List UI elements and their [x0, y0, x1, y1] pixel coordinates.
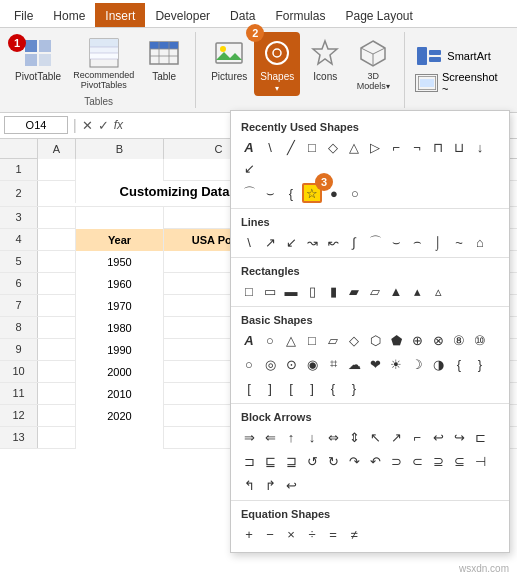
col-header-b[interactable]: B	[76, 139, 164, 159]
cell-8a[interactable]	[38, 317, 76, 339]
shape-item[interactable]: ⊇	[428, 451, 448, 471]
shape-item[interactable]: ⊣	[470, 451, 490, 471]
shape-item[interactable]: ☽	[407, 354, 427, 374]
shape-item[interactable]: ◉	[302, 354, 322, 374]
shape-item[interactable]: ⇔	[323, 427, 343, 447]
shape-item[interactable]: ❤	[365, 354, 385, 374]
shape-item[interactable]: ↙	[281, 232, 301, 252]
shape-item[interactable]: △	[344, 137, 364, 157]
shape-item[interactable]: ○	[260, 330, 280, 350]
shape-item[interactable]: ]	[302, 378, 322, 398]
shape-item[interactable]: ☀	[386, 354, 406, 374]
shape-item[interactable]: ⌣	[386, 232, 406, 252]
3d-models-button[interactable]: 3DModels▾	[350, 32, 396, 94]
cell-9a[interactable]	[38, 339, 76, 361]
formula-enter-icon[interactable]: ✓	[98, 118, 109, 133]
shape-item[interactable]: ⑧	[449, 330, 469, 350]
shape-item[interactable]: ▴	[407, 281, 427, 301]
shapes-button[interactable]: 2 Shapes▾	[254, 32, 300, 96]
shape-item[interactable]: ↜	[323, 232, 343, 252]
cell-9b[interactable]: 1990	[76, 339, 164, 361]
shape-item[interactable]: ⇒	[239, 427, 259, 447]
shape-item[interactable]: ⊐	[239, 451, 259, 471]
shape-item[interactable]: ╱	[281, 137, 301, 157]
shape-item[interactable]: ↑	[281, 427, 301, 447]
shape-item[interactable]: ⊓	[428, 137, 448, 157]
shape-item[interactable]: ◇	[344, 330, 364, 350]
shape-item[interactable]: ⇕	[344, 427, 364, 447]
tab-formulas[interactable]: Formulas	[265, 5, 335, 27]
cell-4b[interactable]: Year	[76, 229, 164, 251]
cell-10a[interactable]	[38, 361, 76, 383]
shape-item[interactable]: ▭	[260, 281, 280, 301]
shape-item[interactable]: □	[302, 137, 322, 157]
cell-12b[interactable]: 2020	[76, 405, 164, 427]
cell-4a[interactable]	[38, 229, 76, 251]
shape-item[interactable]: ↶	[365, 451, 385, 471]
shape-item[interactable]: ⊒	[281, 451, 301, 471]
tab-developer[interactable]: Developer	[145, 5, 220, 27]
shape-item[interactable]: {	[281, 183, 301, 203]
shape-item[interactable]: {	[449, 354, 469, 374]
shape-item[interactable]: ⊙	[281, 354, 301, 374]
cell-11a[interactable]	[38, 383, 76, 405]
shape-item[interactable]: ⊗	[428, 330, 448, 350]
shape-item[interactable]: A	[239, 137, 259, 157]
shape-item[interactable]: ⌗	[323, 354, 343, 374]
pictures-button[interactable]: Pictures	[206, 32, 252, 85]
shape-item[interactable]: \	[239, 232, 259, 252]
shape-item[interactable]: ↱	[260, 475, 280, 495]
icons-button[interactable]: Icons	[302, 32, 348, 85]
cell-8b[interactable]: 1980	[76, 317, 164, 339]
shape-item[interactable]: ▮	[323, 281, 343, 301]
shape-item[interactable]: ⬡	[365, 330, 385, 350]
formula-cancel-icon[interactable]: ✕	[82, 118, 93, 133]
shape-item[interactable]: ⌒	[239, 183, 259, 203]
shape-item[interactable]: ⬟	[386, 330, 406, 350]
fx-icon[interactable]: fx	[114, 118, 123, 132]
shape-item[interactable]: ≠	[344, 524, 364, 544]
shape-item[interactable]: ▲	[386, 281, 406, 301]
shape-item[interactable]: ↩	[281, 475, 301, 495]
shape-item[interactable]: ↺	[302, 451, 322, 471]
cell-7a[interactable]	[38, 295, 76, 317]
shape-item[interactable]: ◑	[428, 354, 448, 374]
shape-item[interactable]: }	[344, 378, 364, 398]
shape-item[interactable]: ¬	[407, 137, 427, 157]
shape-item[interactable]: ↩	[428, 427, 448, 447]
shape-item[interactable]: ▵	[428, 281, 448, 301]
shape-item[interactable]: ↗	[260, 232, 280, 252]
shape-item[interactable]: ↪	[449, 427, 469, 447]
shape-item[interactable]: −	[260, 524, 280, 544]
cell-7b[interactable]: 1970	[76, 295, 164, 317]
col-header-a[interactable]: A	[38, 139, 76, 159]
cell-5a[interactable]	[38, 251, 76, 273]
shape-item[interactable]: ▯	[302, 281, 322, 301]
shape-item[interactable]: ↰	[239, 475, 259, 495]
shape-item[interactable]: ▷	[365, 137, 385, 157]
cell-3a[interactable]	[38, 207, 76, 229]
shape-item[interactable]: ÷	[302, 524, 322, 544]
shape-item[interactable]: ◇	[323, 137, 343, 157]
shape-item[interactable]: ↝	[302, 232, 322, 252]
shape-item[interactable]: ×	[281, 524, 301, 544]
shape-item[interactable]: [	[239, 378, 259, 398]
shape-item[interactable]: ⌒	[365, 232, 385, 252]
shape-item[interactable]: ⌡	[428, 232, 448, 252]
cell-5b[interactable]: 1950	[76, 251, 164, 273]
shape-item[interactable]: ]	[260, 378, 280, 398]
cell-6a[interactable]	[38, 273, 76, 295]
shape-item[interactable]: A	[239, 330, 259, 350]
shape-item[interactable]: ⌐	[407, 427, 427, 447]
shape-item[interactable]: ↻	[323, 451, 343, 471]
shape-item[interactable]: ⌣	[260, 183, 280, 203]
shape-item[interactable]: ⊑	[260, 451, 280, 471]
shape-item[interactable]: =	[323, 524, 343, 544]
shape-item[interactable]: △	[281, 330, 301, 350]
shape-item[interactable]: ⌐	[386, 137, 406, 157]
tab-page-layout[interactable]: Page Layout	[335, 5, 422, 27]
recommended-pivottables-button[interactable]: RecommendedPivotTables	[68, 32, 139, 94]
screenshot-row[interactable]: Screenshot ~	[415, 71, 503, 95]
shape-item[interactable]: ⊏	[470, 427, 490, 447]
shape-item[interactable]: ↷	[344, 451, 364, 471]
